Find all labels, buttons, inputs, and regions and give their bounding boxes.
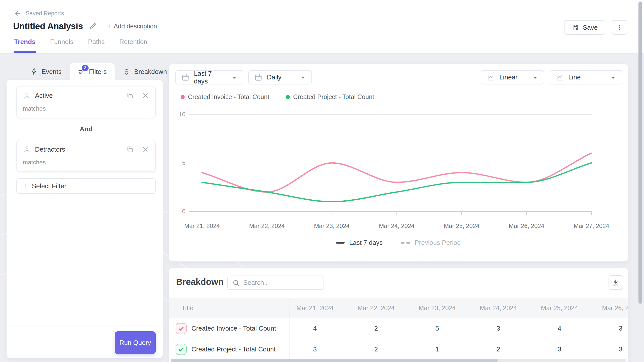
- builder-tab-label: Events: [42, 68, 62, 76]
- granularity-value: Daily: [267, 73, 296, 81]
- arrow-left-icon: [14, 10, 22, 17]
- period-legend-label: Previous Period: [415, 239, 461, 247]
- filter-card-detractors[interactable]: Detractorsmatches: [16, 140, 156, 172]
- builder-tab-label: Filters: [89, 68, 107, 76]
- swap-vertical-icon: [123, 68, 130, 75]
- person-icon: [23, 92, 31, 100]
- legend-label: Created Invoice - Total Count: [188, 93, 269, 101]
- search-input[interactable]: [243, 279, 319, 287]
- duplicate-filter-icon[interactable]: [126, 146, 134, 153]
- page-title: Untitled Analysis: [13, 21, 83, 31]
- breakdown-card: Breakdown TitleMar 21, 2024Mar 22, 2024M…: [169, 268, 628, 362]
- app-header: Saved Reports Untitled Analysis + Add de…: [0, 0, 644, 53]
- calendar-icon: [181, 73, 189, 81]
- y-tick-label: 5: [182, 159, 185, 166]
- row-checkbox[interactable]: [176, 344, 187, 355]
- chart-type-dropdown[interactable]: Line: [550, 70, 622, 84]
- builder-tab-label: Breakdown: [134, 68, 167, 76]
- table-column-divider: [289, 298, 290, 362]
- table-cell: 2: [345, 318, 407, 339]
- period-legend-dashed[interactable]: Previous Period: [401, 239, 461, 247]
- builder-tab-filters[interactable]: 2Filters: [70, 63, 115, 80]
- back-link[interactable]: Saved Reports: [14, 10, 64, 17]
- chevron-down-icon: [533, 75, 538, 80]
- builder-tab-events[interactable]: Events: [22, 63, 70, 80]
- search-icon: [232, 279, 240, 287]
- horizontal-scrollbar-thumb[interactable]: [171, 359, 498, 362]
- series-legend: Created Invoice - Total CountCreated Pro…: [181, 93, 374, 101]
- table-row: Created Project - Total Count321233: [169, 339, 628, 360]
- query-builder-panel: ActivematchesAndDetractorsmatches+Select…: [7, 80, 163, 358]
- trend-line-chart: 0510Mar 21, 2024Mar 22, 2024Mar 23, 2024…: [169, 104, 628, 235]
- builder-footer: Run Query: [7, 326, 163, 358]
- filter-operator: matches: [23, 105, 149, 112]
- scale-value: Linear: [499, 73, 528, 81]
- remove-filter-icon[interactable]: [142, 146, 149, 153]
- row-label: Created Project - Total Count: [191, 345, 276, 353]
- x-tick-label: Mar 21, 2024: [184, 222, 220, 229]
- builder-tab-breakdown[interactable]: Breakdown: [115, 63, 175, 80]
- table-cell: 4: [529, 318, 590, 339]
- save-label: Save: [583, 24, 598, 31]
- column-header-date: Mar 22, 2024: [345, 298, 407, 318]
- column-header-date: Mar 26, 2024: [590, 298, 628, 318]
- legend-dot: [286, 95, 290, 99]
- chevron-down-icon: [300, 75, 306, 80]
- plus-icon: +: [107, 22, 111, 30]
- remove-filter-icon[interactable]: [142, 92, 149, 99]
- save-icon: [572, 24, 579, 31]
- tab-funnels[interactable]: Funnels: [50, 38, 73, 53]
- row-checkbox[interactable]: [176, 323, 187, 334]
- save-button[interactable]: Save: [564, 20, 605, 35]
- filter-count-badge: 2: [82, 65, 89, 71]
- filter-name: Detractors: [35, 146, 122, 153]
- legend-item[interactable]: Created Project - Total Count: [286, 93, 374, 101]
- filter-card-active[interactable]: Activematches: [16, 86, 156, 118]
- tab-trends[interactable]: Trends: [14, 38, 35, 53]
- duplicate-filter-icon[interactable]: [126, 92, 134, 99]
- filter-stack: ActivematchesAndDetractorsmatches+Select…: [16, 86, 156, 194]
- run-query-button[interactable]: Run Query: [115, 331, 156, 354]
- table-row: Created Invoice - Total Count425343: [169, 318, 628, 339]
- more-options-button[interactable]: [612, 20, 627, 35]
- table-cell: 3: [468, 318, 529, 339]
- back-label: Saved Reports: [26, 10, 64, 17]
- chevron-down-icon: [611, 75, 616, 80]
- line-chart-icon: [487, 73, 495, 81]
- table-cell: 3: [284, 339, 346, 360]
- calendar-icon: [254, 73, 262, 81]
- breakdown-title: Breakdown: [176, 277, 224, 287]
- legend-dot: [181, 95, 185, 99]
- table-cell: 1: [407, 339, 468, 360]
- select-filter-button[interactable]: +Select Filter: [16, 178, 156, 194]
- select-filter-label: Select Filter: [32, 182, 66, 190]
- granularity-dropdown[interactable]: Daily: [248, 70, 312, 84]
- lightning-icon: [30, 68, 38, 75]
- plus-icon: +: [23, 182, 27, 190]
- date-range-dropdown[interactable]: Last 7 days: [175, 70, 243, 84]
- tab-paths[interactable]: Paths: [88, 38, 105, 53]
- builder-tabs: Events2FiltersBreakdown: [22, 63, 175, 80]
- download-button[interactable]: [609, 275, 623, 290]
- solid-line-swatch: [336, 242, 345, 244]
- x-tick-label: Mar 22, 2024: [249, 222, 285, 229]
- table-cell: 2: [468, 339, 529, 360]
- scale-dropdown[interactable]: Linear: [481, 70, 544, 84]
- filter-name: Active: [35, 92, 122, 100]
- edit-title-icon[interactable]: [89, 22, 97, 30]
- tab-retention[interactable]: Retention: [119, 38, 147, 53]
- y-tick-label: 10: [179, 111, 185, 118]
- and-connector: And: [16, 118, 156, 140]
- period-legend-solid[interactable]: Last 7 days: [336, 239, 383, 247]
- vertical-scrollbar-thumb[interactable]: [638, 2, 642, 304]
- horizontal-scrollbar: [171, 359, 626, 362]
- row-label: Created Invoice - Total Count: [191, 325, 276, 332]
- table-cell: 3: [529, 339, 590, 360]
- table-cell: 2: [345, 339, 407, 360]
- x-tick-label: Mar 23, 2024: [314, 222, 349, 229]
- date-range-value: Last 7 days: [194, 70, 227, 85]
- add-description-button[interactable]: + Add description: [107, 22, 157, 30]
- chart-card: Last 7 days Daily Linear: [169, 64, 628, 261]
- legend-item[interactable]: Created Invoice - Total Count: [181, 93, 269, 101]
- y-tick-label: 0: [182, 208, 185, 215]
